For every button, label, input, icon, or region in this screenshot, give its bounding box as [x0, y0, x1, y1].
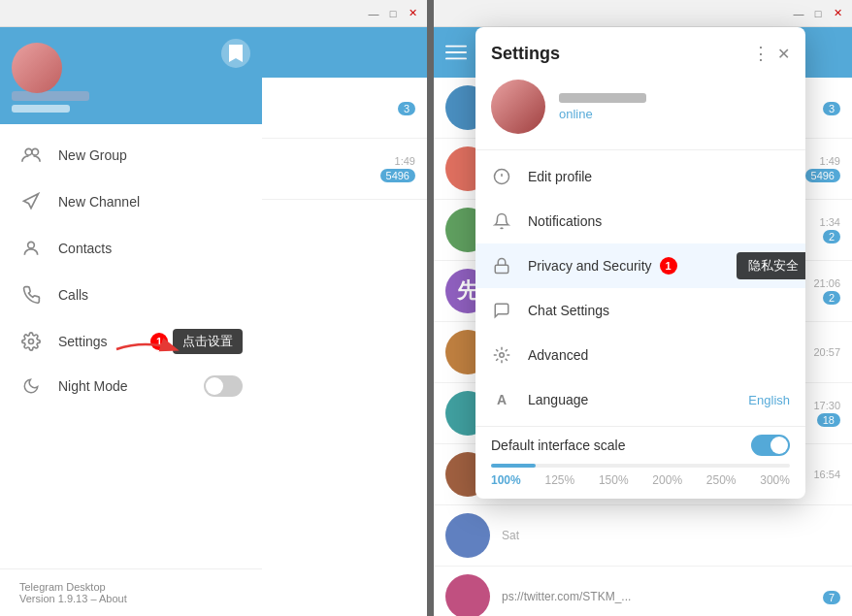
- chat-time: 21:06: [813, 277, 840, 289]
- chat-preview: ps://twitter.com/STKM_...: [502, 590, 823, 603]
- settings-tooltip: 点击设置: [173, 329, 243, 354]
- chat-meta: 3: [823, 100, 840, 115]
- night-mode-item[interactable]: Night Mode: [0, 365, 262, 407]
- maximize-btn[interactable]: □: [384, 5, 402, 22]
- dialog-header: Settings ⋮ ✕: [475, 27, 805, 72]
- profile-info: online: [559, 93, 646, 121]
- chat-time-label: Sat: [502, 529, 840, 542]
- chat-badge: 3: [823, 102, 840, 115]
- left-telegram-window: — □ ✕ code to anyone, eve... 3 rificació…: [0, 0, 427, 616]
- badge: 3: [398, 102, 415, 115]
- settings-icon: [19, 330, 43, 353]
- profile-name: [559, 93, 646, 103]
- new-group-icon: [19, 144, 43, 167]
- privacy-label: Privacy and Security: [528, 258, 652, 274]
- sidebar-header: [0, 27, 262, 124]
- contacts-icon: [19, 237, 43, 260]
- scale-row: Default interface scale: [491, 435, 790, 456]
- menu-item-calls-label: Calls: [58, 287, 88, 303]
- night-mode-icon: [19, 374, 43, 398]
- chat-avatar: [445, 513, 490, 558]
- scale-100[interactable]: 100%: [491, 473, 521, 487]
- settings-red-dot: 1: [150, 333, 168, 350]
- sidebar-menu: New Group New Channel Contacts Calls: [0, 124, 262, 568]
- chat-meta: 7: [823, 589, 840, 604]
- right-close-btn[interactable]: ✕: [829, 5, 846, 22]
- advanced-icon: [491, 344, 512, 366]
- menu-item-language[interactable]: A Language English: [475, 377, 805, 422]
- sidebar-username: [12, 91, 89, 101]
- chat-info: ps://twitter.com/STKM_...: [502, 590, 823, 603]
- chat-avatar: [445, 574, 490, 616]
- hamburger-icon[interactable]: [445, 42, 467, 63]
- language-icon: A: [491, 389, 512, 410]
- profile-avatar: [491, 80, 545, 134]
- right-chat-item[interactable]: ps://twitter.com/STKM_... 7: [434, 567, 852, 616]
- svg-rect-1: [445, 51, 467, 53]
- right-chat-item[interactable]: Sat: [434, 505, 852, 567]
- scale-toggle[interactable]: [751, 435, 790, 456]
- chat-time: 17:30: [813, 400, 840, 411]
- scale-label: Default interface scale: [491, 438, 626, 453]
- dialog-menu: Edit profile Notifications Privacy and S…: [475, 150, 805, 426]
- chat-meta: 21:06 2: [813, 277, 840, 305]
- scale-bar[interactable]: [491, 464, 790, 468]
- language-value: English: [748, 393, 790, 407]
- language-label: Language: [528, 392, 588, 407]
- menu-item-new-channel-label: New Channel: [58, 194, 140, 210]
- menu-item-new-channel[interactable]: New Channel: [0, 178, 262, 225]
- chat-badge: 2: [823, 230, 840, 243]
- night-mode-label: Night Mode: [58, 378, 128, 394]
- chat-meta: 17:30 18: [813, 400, 840, 427]
- scale-section: Default interface scale 100% 125% 150% 2…: [475, 426, 805, 499]
- chat-settings-icon: [491, 300, 512, 321]
- notifications-label: Notifications: [528, 213, 602, 229]
- dialog-close-btn[interactable]: ✕: [777, 45, 790, 63]
- menu-item-contacts[interactable]: Contacts: [0, 225, 262, 272]
- menu-item-privacy-security[interactable]: Privacy and Security 1 隐私安全: [475, 243, 805, 288]
- notifications-icon: [491, 211, 512, 232]
- dialog-profile[interactable]: online: [475, 72, 805, 150]
- sidebar-footer: Telegram Desktop Version 1.9.13 – About: [0, 568, 262, 616]
- chat-meta: 20:57: [813, 346, 840, 358]
- menu-item-contacts-label: Contacts: [58, 241, 112, 256]
- scale-300[interactable]: 300%: [760, 473, 790, 487]
- privacy-icon: [491, 255, 512, 276]
- scale-200[interactable]: 200%: [652, 473, 682, 487]
- chat-time: 1:49: [805, 155, 840, 167]
- new-channel-icon: [19, 190, 43, 213]
- chat-time: 16:54: [813, 469, 840, 480]
- menu-item-advanced[interactable]: Advanced: [475, 333, 805, 377]
- profile-status: online: [559, 107, 646, 121]
- sidebar: New Group New Channel Contacts Calls: [0, 27, 262, 616]
- scale-250[interactable]: 250%: [706, 473, 737, 487]
- svg-rect-0: [445, 46, 467, 48]
- sidebar-avatar[interactable]: [12, 43, 62, 93]
- menu-item-notifications[interactable]: Notifications: [475, 199, 805, 243]
- title-bar: — □ ✕: [0, 0, 427, 27]
- bookmark-icon[interactable]: [221, 39, 250, 68]
- menu-item-chat-settings[interactable]: Chat Settings: [475, 288, 805, 333]
- edit-profile-icon: [491, 166, 512, 187]
- settings-dialog: Settings ⋮ ✕ online Edit profile Notific…: [475, 27, 805, 499]
- scale-bar-fill: [491, 464, 536, 468]
- right-minimize-btn[interactable]: —: [790, 5, 807, 22]
- svg-point-6: [29, 340, 34, 344]
- menu-item-settings[interactable]: Settings 1 点击设置: [0, 318, 262, 365]
- night-mode-toggle[interactable]: [204, 375, 243, 397]
- menu-item-edit-profile[interactable]: Edit profile: [475, 154, 805, 199]
- chat-meta: 1:49 5496: [380, 155, 415, 182]
- menu-item-new-group[interactable]: New Group: [0, 132, 262, 178]
- dialog-actions: ⋮ ✕: [752, 43, 790, 64]
- dialog-more-btn[interactable]: ⋮: [752, 43, 770, 64]
- chat-meta: 16:54: [813, 469, 840, 480]
- svg-point-5: [28, 242, 35, 248]
- menu-item-calls[interactable]: Calls: [0, 272, 262, 318]
- scale-150[interactable]: 150%: [599, 473, 629, 487]
- svg-rect-2: [445, 58, 467, 60]
- privacy-red-dot: 1: [660, 257, 677, 275]
- close-btn[interactable]: ✕: [404, 5, 421, 22]
- scale-125[interactable]: 125%: [544, 473, 574, 487]
- right-maximize-btn[interactable]: □: [809, 5, 827, 22]
- minimize-btn[interactable]: —: [365, 5, 382, 22]
